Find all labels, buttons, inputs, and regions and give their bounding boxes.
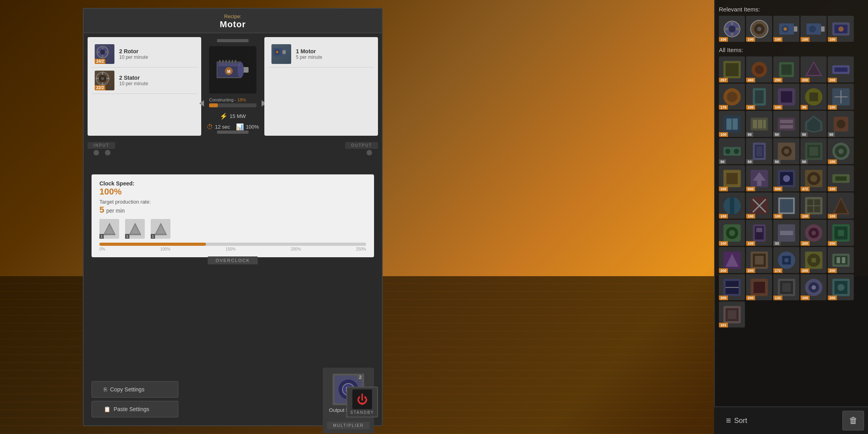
all-item-20[interactable]: 100	[828, 138, 854, 164]
svg-rect-68	[834, 67, 847, 72]
svg-rect-127	[778, 197, 795, 214]
all-item-34[interactable]: 200	[801, 220, 827, 246]
overclock-button[interactable]: OVERCLOCK	[208, 256, 258, 264]
all-item-43[interactable]: 132	[773, 274, 799, 300]
all-item-32[interactable]: 100	[746, 220, 772, 246]
machine-top-bar	[217, 39, 249, 42]
relevant-badge-1: 100	[719, 37, 728, 42]
all-item-8[interactable]: 100	[773, 84, 799, 110]
all-item-25[interactable]: 100	[828, 165, 854, 191]
all-item-37[interactable]: 200	[746, 247, 772, 273]
all-item-4[interactable]: 200	[801, 56, 827, 82]
svg-point-1	[100, 50, 105, 55]
svg-rect-131	[814, 199, 820, 205]
svg-point-175	[812, 285, 816, 290]
all-item-38[interactable]: 172	[773, 247, 799, 273]
all-item-40[interactable]: 200	[828, 247, 854, 273]
sort-button[interactable]: ≡ Sort	[718, 412, 755, 430]
all-item-31[interactable]: 100	[719, 220, 745, 246]
svg-rect-110	[726, 173, 738, 184]
all-item-15[interactable]: 50	[828, 111, 854, 137]
all-item-11[interactable]: 100	[719, 111, 745, 137]
svg-point-178	[837, 284, 844, 291]
all-item-22[interactable]: 500	[746, 165, 772, 191]
all-item-6[interactable]: 176	[719, 84, 745, 110]
svg-rect-19	[232, 60, 233, 63]
all-item-2[interactable]: 460	[746, 56, 772, 82]
all-item-23[interactable]: 500	[773, 165, 799, 191]
all-item-27[interactable]: 100	[746, 193, 772, 219]
svg-rect-141	[756, 228, 762, 232]
all-item-35[interactable]: 200	[828, 220, 854, 246]
svg-rect-133	[814, 206, 820, 212]
all-item-28[interactable]: 100	[773, 193, 799, 219]
svg-rect-163	[836, 257, 840, 263]
all-item-33[interactable]: 33	[773, 220, 799, 246]
svg-rect-76	[809, 92, 818, 101]
slider-markers: 0% 100% 150% 200% 250%	[99, 247, 366, 251]
shard-1-badge: 1	[99, 234, 104, 239]
relevant-item-2[interactable]: 100	[746, 16, 772, 42]
all-item-13[interactable]: 50	[773, 111, 799, 137]
relevant-item-3[interactable]: 100	[773, 16, 799, 42]
all-item-44[interactable]: 100	[801, 274, 827, 300]
all-item-9[interactable]: 99	[801, 84, 827, 110]
all-item-42[interactable]: 200	[746, 274, 772, 300]
all-item-26[interactable]: 100	[719, 193, 745, 219]
all-item-1[interactable]: 257	[719, 56, 745, 82]
all-item-45[interactable]: 200	[828, 274, 854, 300]
all-item-10[interactable]: 100	[828, 84, 854, 110]
svg-point-138	[729, 230, 735, 236]
svg-point-62	[755, 65, 763, 74]
sort-label: Sort	[734, 417, 747, 425]
rotor-badge: 24/2	[95, 59, 105, 64]
all-item-12[interactable]: 50	[746, 111, 772, 137]
all-item-39[interactable]: 200	[801, 247, 827, 273]
output-panel: 1 Motor 5 per minute	[264, 37, 378, 136]
svg-rect-27	[282, 50, 286, 54]
prev-recipe-button[interactable]	[199, 100, 204, 107]
relevant-item-1[interactable]: 100	[719, 16, 745, 42]
svg-point-41	[728, 25, 735, 32]
svg-rect-82	[732, 118, 737, 130]
all-item-24[interactable]: 472	[801, 165, 827, 191]
relevant-item-5[interactable]: 100	[828, 16, 854, 42]
all-item-7[interactable]: 100	[746, 84, 772, 110]
svg-rect-15	[219, 60, 221, 63]
paste-settings-button[interactable]: 📋 Paste Settings	[92, 401, 178, 417]
svg-rect-99	[756, 146, 762, 156]
all-item-14[interactable]: 50	[801, 111, 827, 137]
all-item-19[interactable]: 50	[801, 138, 827, 164]
svg-point-119	[810, 175, 817, 182]
all-item-30[interactable]: 100	[828, 193, 854, 219]
stator-name: 2 Stator	[119, 75, 148, 81]
all-item-18[interactable]: 50	[773, 138, 799, 164]
all-item-41[interactable]: 200	[719, 274, 745, 300]
trash-button[interactable]: 🗑	[842, 411, 864, 430]
slider-track[interactable]	[99, 243, 366, 246]
svg-rect-4	[96, 51, 100, 53]
all-item-16[interactable]: 50	[719, 138, 745, 164]
all-item-21[interactable]: 100	[719, 165, 745, 191]
sort-icon: ≡	[726, 415, 731, 426]
svg-rect-55	[821, 26, 825, 31]
copy-settings-button[interactable]: ⎘ Copy Settings	[92, 381, 178, 398]
all-item-46[interactable]: 101	[719, 301, 745, 327]
all-item-36[interactable]: 200	[719, 247, 745, 273]
slider-container: 0% 100% 150% 200% 250%	[99, 243, 366, 251]
svg-point-157	[784, 258, 789, 262]
all-item-3[interactable]: 200	[773, 56, 799, 82]
relevant-item-4[interactable]: 100	[801, 16, 827, 42]
rotor-rate: 10 per minute	[119, 54, 148, 60]
svg-rect-81	[726, 118, 731, 130]
svg-point-58	[838, 26, 843, 31]
multiplier-button[interactable]: MULTIPLIER	[327, 422, 370, 429]
svg-point-51	[783, 27, 787, 31]
all-item-29[interactable]: 100	[801, 193, 827, 219]
all-item-17[interactable]: 50	[746, 138, 772, 164]
svg-rect-20	[235, 60, 236, 63]
clock-speed-label: Clock Speed:	[99, 180, 366, 187]
svg-rect-52	[794, 26, 797, 31]
standby-button[interactable]: ⏻ STANDBY	[346, 387, 378, 417]
all-item-5[interactable]: 200	[828, 56, 854, 82]
